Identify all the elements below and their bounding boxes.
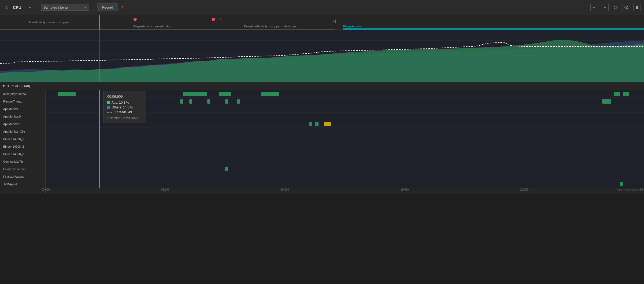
activity-player2: PlayerActivity: [338, 15, 644, 30]
download-activity-label: DownloadActivity - stopped - destroyed: [244, 25, 297, 28]
sampled-label: Sampled (Java): [43, 5, 68, 9]
thread-row: JVMAgent: [0, 180, 644, 188]
svg-rect-4: [636, 6, 637, 9]
cpu-chart-svg: [0, 30, 644, 82]
thread-track-11: [46, 173, 644, 180]
thread-name-7: Binder:14908_2: [0, 143, 46, 150]
top-bar: CPU ▼ Sampled (Java) ▼ Record 4 − + i: [0, 0, 644, 15]
thread-name-1: RenderThread: [0, 98, 46, 105]
thread-name-0: mple.playerdemo: [0, 90, 46, 97]
thread-track-9: [46, 158, 644, 165]
thread-row: FinalizerDaemon: [0, 165, 644, 173]
activity-bar: MainActivity - saved - stopped PlayerAct…: [0, 15, 644, 30]
activity-player1: PlayerActivity - saved - sto...: [99, 15, 206, 30]
thread-name-10: FinalizerDaemon: [0, 165, 46, 173]
thread-row: AppMonitor:1: [0, 120, 644, 128]
thread-row: ConnectivityThr: [0, 158, 644, 165]
back-button[interactable]: [3, 4, 11, 11]
thread-name-11: FinalizerWatchd: [0, 173, 46, 180]
thread-track-10: [46, 165, 644, 173]
thread-track-7: [46, 143, 644, 150]
threads-header[interactable]: ▼ THREADS (148): [0, 82, 644, 90]
thread-row: RenderThread: [0, 98, 644, 105]
badge-4: 4: [121, 5, 124, 10]
thread-name-5: AppMonitor_Clie: [0, 128, 46, 135]
tooltip-unavail: Selection Unavailable: [107, 116, 142, 120]
activity-main: MainActivity - saved - stopped: [0, 15, 99, 30]
tooltip-app: App: 10.1 %: [112, 101, 129, 104]
thread-track-12: [46, 180, 644, 188]
time-label-2: 10.000: [281, 188, 289, 191]
svg-point-1: [615, 7, 616, 8]
record-button[interactable]: Record: [97, 3, 118, 11]
svg-rect-5: [637, 6, 638, 9]
tooltip-others: Others: 14.8 %: [112, 105, 133, 109]
tooltip-time: 00:06.909: [107, 94, 142, 99]
thread-name-3: AppMonitor:0: [0, 113, 46, 120]
thread-row: Binder:14908_1: [0, 135, 644, 143]
thread-row: AppMonitor:0: [0, 113, 644, 120]
svg-point-0: [614, 6, 617, 9]
watermark: @稀土掘金技术社区: [617, 188, 641, 192]
time-label-1: 05.000: [161, 188, 169, 191]
thread-row: Binder:14908_3: [0, 150, 644, 158]
time-label-3: 15.000: [401, 188, 409, 191]
sampled-dropdown[interactable]: Sampled (Java) ▼: [41, 4, 89, 11]
sampled-dropdown-arrow: ▼: [84, 6, 87, 9]
thread-row: Binder:14908_2: [0, 143, 644, 150]
time-axis: 00.000 05.000 10.000 15.000 20.000 25.00…: [0, 188, 644, 194]
cpu-label: CPU: [13, 5, 26, 10]
arrow-icon: ◁: [332, 18, 336, 23]
thread-track-6: [46, 135, 644, 143]
info-button[interactable]: i: [623, 4, 630, 11]
cpu-dropdown-arrow[interactable]: ▼: [28, 6, 31, 9]
threads-list: 3 00:06.909 App: 10.1 % Others: 14.8 % T…: [0, 90, 644, 188]
time-label-0: 00.000: [42, 188, 50, 191]
thread-name-9: ConnectivityThr: [0, 158, 46, 165]
thread-name-8: Binder:14908_3: [0, 150, 46, 158]
top-right-icons: − + i: [590, 4, 641, 11]
cpu-chart-section: 2 CPU 100 % 50 App: 3 % Others: 14 % Thr…: [0, 30, 644, 82]
player-activity2-label: PlayerActivity: [343, 25, 644, 28]
zoom-out-button[interactable]: −: [590, 4, 598, 11]
thread-name-12: JVMAgent: [0, 180, 46, 188]
svg-text:i: i: [626, 6, 627, 9]
tooltip: 00:06.909 App: 10.1 % Others: 14.8 % Thr…: [103, 92, 146, 123]
thread-row: mple.playerdemo: [0, 90, 644, 98]
tooltip-threads: Threads: 49: [115, 110, 132, 114]
thread-track-8: [46, 150, 644, 158]
threads-header-label: ▼ THREADS (148): [2, 84, 30, 88]
settings-button[interactable]: [612, 4, 619, 11]
thread-track-5: [46, 128, 644, 135]
thread-name-2: AppMonitor: [0, 105, 46, 112]
zoom-in-button[interactable]: +: [601, 4, 609, 11]
time-label-4: 20.000: [520, 188, 528, 191]
activity-download: DownloadActivity - stopped - destroyed: [206, 15, 335, 30]
thread-row: AppMonitor_Clie: [0, 128, 644, 135]
thread-name-4: AppMonitor:1: [0, 120, 46, 128]
pause-button[interactable]: [633, 4, 641, 11]
thread-name-6: Binder:14908_1: [0, 135, 46, 143]
player-activity-label: PlayerActivity - saved - sto...: [133, 25, 172, 28]
thread-row: AppMonitor: [0, 105, 644, 113]
main-activity-label: MainActivity - saved - stopped: [29, 21, 70, 24]
thread-row: FinalizerWatchd: [0, 173, 644, 180]
